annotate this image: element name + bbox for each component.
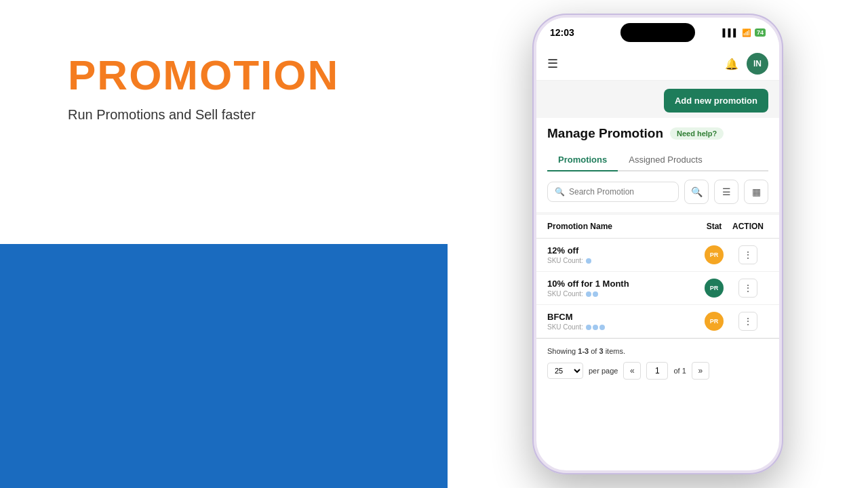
row-status: PR [701, 245, 728, 264]
action-menu-button[interactable]: ⋮ [738, 312, 757, 331]
page-number-input[interactable] [646, 362, 668, 380]
status-badge: PR [705, 279, 724, 298]
content-area: Add new promotion Manage Promotion Need … [536, 81, 779, 388]
sku-dot [599, 325, 605, 330]
left-panel: PROMOTION Run Promotions and Sell faster [0, 0, 448, 488]
sku-dot [586, 258, 591, 264]
showing-range: 1-3 [578, 347, 589, 355]
search-input[interactable] [569, 187, 671, 197]
phone-screen: 12:03 ▌▌▌ 📶 74 ☰ 🔔 IN [536, 18, 779, 470]
status-bar: 12:03 ▌▌▌ 📶 74 [536, 18, 779, 47]
menu-icon[interactable]: ☰ [547, 56, 558, 71]
promo-name: 10% off for 1 Month [547, 279, 701, 289]
phone-frame: 12:03 ▌▌▌ 📶 74 ☰ 🔔 IN [532, 14, 783, 474]
sku-dot [593, 291, 598, 297]
header-right: 🔔 IN [725, 53, 768, 75]
row-action[interactable]: ⋮ [728, 312, 768, 331]
row-info: 12% off SKU Count: [547, 245, 701, 264]
search-input-wrap[interactable]: 🔍 [547, 182, 679, 202]
battery-badge: 74 [755, 28, 766, 37]
columns-icon-button[interactable]: ▦ [744, 180, 768, 204]
promo-title: PROMOTION [68, 54, 407, 96]
table-header: Promotion Name Stat ACTION [536, 215, 779, 239]
row-action[interactable]: ⋮ [728, 279, 768, 298]
filter-icon-button[interactable]: ☰ [714, 180, 738, 204]
sku-info: SKU Count: [547, 257, 701, 264]
promo-name: 12% off [547, 245, 701, 256]
row-info: 10% off for 1 Month SKU Count: [547, 279, 701, 298]
row-status: PR [701, 312, 728, 331]
pagination-row: 25 50 100 per page « of 1 » [547, 362, 768, 380]
page-prev-button[interactable]: « [623, 362, 641, 380]
promotions-table: Promotion Name Stat ACTION 12% off SKU C… [536, 215, 779, 338]
manage-header: Manage Promotion Need help? [547, 126, 768, 141]
page-next-button[interactable]: » [692, 362, 709, 380]
action-menu-button[interactable]: ⋮ [738, 279, 757, 298]
status-icons: ▌▌▌ 📶 74 [723, 28, 766, 37]
showing-text: Showing 1-3 of 3 items. [547, 347, 768, 355]
wifi-icon: 📶 [742, 28, 751, 37]
user-avatar[interactable]: IN [747, 53, 768, 75]
table-row: 12% off SKU Count: PR [536, 239, 779, 272]
manage-title: Manage Promotion [547, 126, 663, 141]
sku-info: SKU Count: [547, 290, 701, 298]
sku-dot [593, 325, 598, 330]
pagination-section: Showing 1-3 of 3 items. 25 50 100 per pa… [536, 338, 779, 388]
search-section: 🔍 🔍 ☰ ▦ [536, 171, 779, 212]
tabs-container: Promotions Assigned Products [547, 149, 768, 171]
sku-dot [586, 291, 591, 297]
row-status: PR [701, 279, 728, 298]
promo-subtitle: Run Promotions and Sell faster [68, 107, 407, 123]
col-header-name: Promotion Name [547, 222, 701, 231]
tab-promotions[interactable]: Promotions [547, 149, 618, 171]
right-panel: 12:03 ▌▌▌ 📶 74 ☰ 🔔 IN [448, 0, 868, 488]
sku-dots [586, 325, 605, 330]
top-section: Add new promotion [536, 81, 779, 113]
table-row: 10% off for 1 Month SKU Count: PR [536, 272, 779, 305]
per-page-select[interactable]: 25 50 100 [547, 363, 583, 379]
sku-dot [586, 325, 591, 330]
action-menu-button[interactable]: ⋮ [738, 245, 757, 264]
app-header: ☰ 🔔 IN [536, 47, 779, 81]
tab-assigned-products[interactable]: Assigned Products [618, 149, 713, 171]
sku-info: SKU Count: [547, 323, 701, 331]
signal-icon: ▌▌▌ [723, 28, 738, 37]
sku-dots [586, 291, 598, 297]
search-row: 🔍 🔍 ☰ ▦ [547, 180, 768, 204]
col-header-action: ACTION [728, 222, 768, 231]
need-help-badge[interactable]: Need help? [670, 127, 724, 140]
bell-icon[interactable]: 🔔 [725, 58, 738, 70]
search-button[interactable]: 🔍 [684, 180, 709, 204]
status-badge: PR [705, 245, 724, 264]
promo-name: BFCM [547, 312, 701, 322]
row-action[interactable]: ⋮ [728, 245, 768, 264]
table-row: BFCM SKU Count: PR [536, 305, 779, 338]
of-label: of 1 [673, 367, 686, 375]
status-badge: PR [705, 312, 724, 331]
manage-section: Manage Promotion Need help? Promotions A… [536, 118, 779, 171]
add-new-promotion-button[interactable]: Add new promotion [664, 89, 768, 113]
per-page-label: per page [589, 367, 618, 375]
col-header-status: Stat [701, 222, 728, 231]
sku-dots [586, 258, 591, 264]
dynamic-island [620, 23, 695, 42]
row-info: BFCM SKU Count: [547, 312, 701, 331]
search-icon: 🔍 [555, 187, 565, 197]
left-panel-blue-bg [0, 244, 448, 488]
status-time: 12:03 [550, 27, 574, 38]
